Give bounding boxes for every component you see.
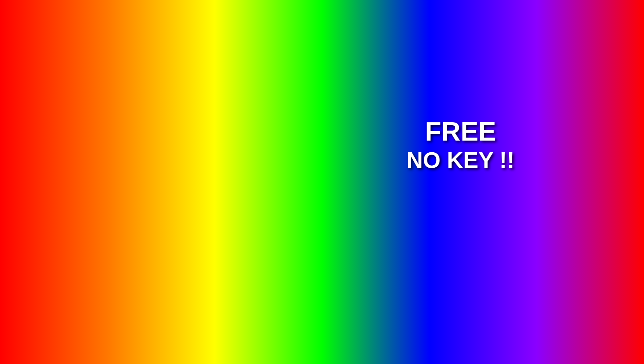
- sidebar-front-genneral-label: Genneral: [216, 132, 233, 137]
- sidebar-front-teleport-label: Teleport: [216, 190, 231, 195]
- front-auto-aweak-row: M Auto Aweak: [242, 156, 404, 167]
- logo-x: X: [601, 295, 611, 313]
- front-auto-aweak-label: Auto Aweak: [256, 159, 387, 164]
- front-teleport-lab-label: Teleport to Lab: [245, 196, 401, 201]
- sidebar-front-raid[interactable]: ⚔ Raid: [207, 178, 240, 188]
- sidebar-front-shop[interactable]: 🛒 Shop: [207, 168, 240, 178]
- skull-icon: [587, 298, 599, 310]
- win-back-title-hub: HUB: [176, 90, 185, 96]
- logo-box: BL X FRUITS: [555, 289, 621, 328]
- sidebar-front-stats[interactable]: 📈 Stats: [207, 139, 240, 149]
- back-autofarm-row: M Auto Farm: [192, 100, 344, 111]
- android-label: ANDROID ✔: [36, 157, 154, 180]
- title-b: BLOX: [29, 13, 184, 73]
- title-u: U: [493, 13, 534, 73]
- chevron-down-icon: ▼: [323, 171, 400, 177]
- front-teleport-lab-row[interactable]: Teleport to Lab: [242, 193, 404, 204]
- sidebar-back-players[interactable]: ✏ Players: [157, 166, 190, 175]
- gear-icon: ⚙: [159, 120, 164, 124]
- back-m-badge-2: M: [195, 115, 201, 121]
- teleport-icon: 📍: [159, 158, 164, 163]
- back-toggle-line-2: [203, 114, 203, 121]
- sidebar-front-fruit-label: Fruit: [216, 161, 224, 166]
- sidebar-back-genneral[interactable]: 🏠 Genneral: [157, 98, 190, 108]
- sidebar-back-raid-label: Raid: [166, 149, 175, 153]
- front-auto-raid-hop-row: M Auto Raid Hop: [242, 132, 404, 142]
- title-r: R: [453, 13, 493, 73]
- win-front-title-hub: HUB: [226, 122, 235, 127]
- free-nokey-section: FREE NO KEY !!: [406, 116, 515, 173]
- shop-icon: 🛒: [159, 139, 164, 144]
- front-home-icon: 🏠: [210, 132, 214, 137]
- win-front-version: เวอร์ชั่นเอ็กซ์: [382, 122, 403, 128]
- sidebar-back-players-label: Players: [166, 168, 180, 173]
- sidebar-back-miscfarm[interactable]: ⚙ MiscFarm: [157, 117, 190, 127]
- raid-icon: ⚔: [159, 149, 164, 153]
- title-s: S: [584, 13, 621, 73]
- sidebar-back-teleport-label: Teleport: [166, 158, 181, 163]
- front-auto-raid-hop-toggle[interactable]: [389, 134, 401, 140]
- front-auto-aweak-toggle[interactable]: [389, 159, 401, 165]
- front-get-fruit-toggle[interactable]: [389, 183, 401, 189]
- sidebar-front-teleport[interactable]: 📍 Teleport: [207, 188, 240, 197]
- front-get-fruit-label: Get Fruit Inventory: [256, 184, 387, 189]
- sidebar-front-miscfarm-label: MiscFarm: [216, 151, 234, 156]
- win-back-version: Version|X เวอร์ชั่นเอ็กซ์: [305, 90, 343, 96]
- update-word: UPDATE: [102, 314, 224, 347]
- sidebar-front-miscfarm[interactable]: ⚙ MiscFarm: [207, 149, 240, 159]
- back-auto600-label: Auto 600 Mas Melee: [206, 115, 327, 120]
- win-back-header: Makori HUB Version|X เวอร์ชั่นเอ็กซ์: [157, 88, 346, 98]
- title-blox: BLOX: [29, 13, 184, 74]
- front-auto-raid-normal-toggle[interactable]: [389, 146, 401, 152]
- front-select-dungeon-row[interactable]: Select Dungeon : ▼: [242, 169, 404, 179]
- front-fruit-icon: 🍎: [210, 161, 214, 166]
- pastebin-label: PASTEBIN: [392, 314, 542, 347]
- sidebar-back-shop[interactable]: 🛒 Shop: [157, 137, 190, 146]
- sidebar-front-stats-label: Stats: [216, 142, 225, 146]
- nokey-text: NO KEY !!: [406, 147, 515, 173]
- fruit-icon: 🍎: [159, 129, 164, 134]
- win-back-title-makori: Makori: [159, 90, 174, 96]
- front-select-dungeon-label: Select Dungeon :: [246, 172, 323, 176]
- back-toggle-line-1: [203, 102, 203, 109]
- front-stats-icon: 📈: [210, 142, 214, 146]
- logo-fruits: FRUITS: [562, 313, 614, 322]
- front-toggle-line-2: [253, 146, 253, 153]
- sidebar-front-fruit[interactable]: 🍎 Fruit: [207, 159, 240, 168]
- home-icon: 🏠: [159, 100, 164, 105]
- front-m-badge-1: M: [245, 134, 251, 140]
- front-raid-icon: ⚔: [210, 180, 214, 185]
- front-teleport-icon: 📍: [210, 190, 214, 195]
- sidebar-front-players[interactable]: ✏ Players: [207, 197, 240, 207]
- sidebar-front-raid-label: Raid: [216, 180, 225, 185]
- title-i: I: [533, 13, 550, 73]
- update-section: UPDATE 20 SCRIPT PASTEBIN: [3, 314, 641, 348]
- sidebar-back-stats[interactable]: 📈 Stats: [157, 108, 190, 117]
- sidebar-back-fruit[interactable]: 🍎 Fruit: [157, 127, 190, 137]
- update-number: 20: [232, 314, 265, 347]
- mobile-check: ✔: [121, 130, 138, 153]
- script-label: SCRIPT: [274, 314, 384, 347]
- players-icon: ✏: [159, 168, 164, 173]
- sidebar-back-raid[interactable]: ⚔ Raid: [157, 146, 190, 156]
- sidebar-back-teleport[interactable]: 📍 Teleport: [157, 156, 190, 166]
- android-text: ANDROID: [36, 157, 132, 180]
- stats-icon: 📈: [159, 110, 164, 115]
- front-m-badge-4: M: [245, 183, 251, 189]
- back-autofarm-toggle[interactable]: [329, 102, 341, 108]
- cloud-decoration: [69, 268, 203, 308]
- sidebar-front-genneral[interactable]: 🏠 Genneral: [207, 130, 240, 139]
- front-gear-icon: ⚙: [210, 151, 214, 156]
- sidebar-back-genneral-label: Genneral: [166, 100, 183, 105]
- back-autofarm-label: Auto Farm: [206, 103, 327, 108]
- free-text: FREE: [406, 116, 515, 147]
- win-front-content: M Auto Raid Hop M Auto Raid Normal [One …: [240, 130, 406, 219]
- android-check: ✔: [137, 157, 154, 180]
- back-m-badge-1: M: [195, 102, 201, 108]
- front-players-icon: ✏: [210, 200, 214, 204]
- mobile-text: MOBILE: [36, 130, 116, 153]
- logo-bottom-right: BL X FRUITS: [555, 289, 621, 328]
- front-m-badge-3: M: [245, 159, 251, 165]
- mobile-android-section: MOBILE ✔ ANDROID ✔: [36, 130, 154, 180]
- background: BLOX FRUITS MOBILE ✔ ANDROID ✔ FREE NO K…: [3, 3, 641, 361]
